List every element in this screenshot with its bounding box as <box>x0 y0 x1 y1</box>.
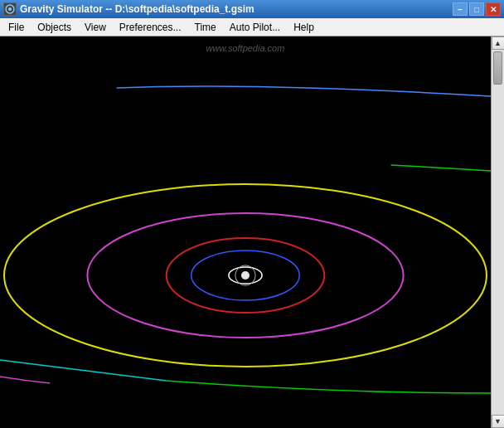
close-button[interactable]: ✕ <box>486 2 501 16</box>
title-bar: Gravity Simulator -- D:\softpedia\softpe… <box>0 0 504 18</box>
title-bar-buttons: – □ ✕ <box>453 2 501 16</box>
menu-objects[interactable]: Objects <box>31 18 78 36</box>
minimize-button[interactable]: – <box>453 2 468 16</box>
title-bar-left: Gravity Simulator -- D:\softpedia\softpe… <box>3 2 254 16</box>
orbit-display <box>0 36 491 428</box>
menu-time[interactable]: Time <box>188 18 223 36</box>
main-area: www.softpedia.com <box>0 36 504 428</box>
menu-file[interactable]: File <box>2 18 31 36</box>
scroll-thumb[interactable] <box>493 51 502 85</box>
scroll-track[interactable] <box>492 50 504 415</box>
vertical-scrollbar[interactable]: ▲ ▼ <box>491 36 504 428</box>
menu-preferences[interactable]: Preferences... <box>113 18 188 36</box>
simulation-canvas[interactable]: www.softpedia.com <box>0 36 491 428</box>
svg-point-7 <box>241 271 250 280</box>
window-title: Gravity Simulator -- D:\softpedia\softpe… <box>20 3 254 15</box>
menu-help[interactable]: Help <box>287 18 321 36</box>
app-icon <box>3 2 17 16</box>
menu-autopilot[interactable]: Auto Pilot... <box>223 18 287 36</box>
menu-bar: File Objects View Preferences... Time Au… <box>0 18 504 36</box>
maximize-button[interactable]: □ <box>469 2 484 16</box>
scroll-down-button[interactable]: ▼ <box>492 415 505 428</box>
watermark: www.softpedia.com <box>206 43 285 53</box>
svg-point-1 <box>8 7 12 11</box>
scroll-up-button[interactable]: ▲ <box>492 36 505 50</box>
menu-view[interactable]: View <box>78 18 113 36</box>
